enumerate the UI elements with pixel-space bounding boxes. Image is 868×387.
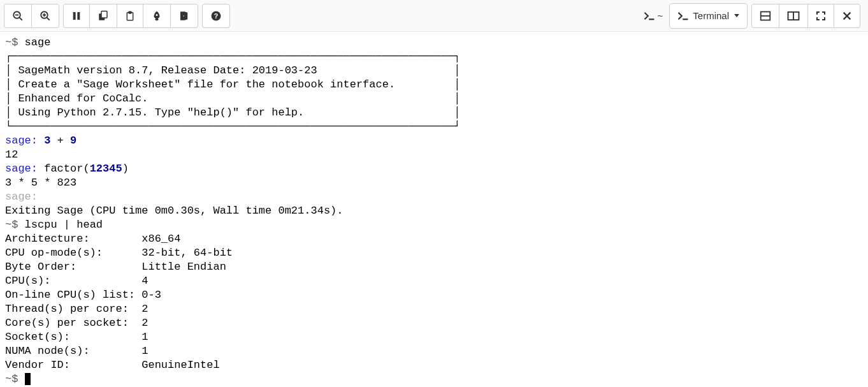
split-horizontal-icon	[787, 11, 800, 21]
clipboard-icon	[125, 10, 135, 22]
banner-box-top: ┌───────────────────────────────────────…	[5, 50, 460, 62]
terminal-selector-dropdown[interactable]: Terminal	[669, 3, 748, 29]
zoom-group	[4, 4, 59, 28]
toolbar: ? ~ Terminal	[0, 0, 868, 32]
shell-prompt: ~$	[5, 36, 25, 48]
sage-fn-close: )	[122, 163, 129, 175]
command-text: sage	[25, 36, 51, 48]
terminal-output[interactable]: ~$ sage ┌───────────────────────────────…	[0, 32, 868, 387]
sage-number: 3	[44, 135, 50, 147]
sage-result: 12	[5, 149, 18, 161]
lscpu-line: CPU(s): 4	[5, 275, 148, 287]
sage-prompt: sage:	[5, 135, 44, 147]
svg-rect-8	[77, 12, 80, 20]
svg-line-4	[47, 17, 50, 20]
sage-number: 9	[70, 135, 76, 147]
svg-text:?: ?	[214, 11, 218, 19]
split-vertical-icon	[760, 11, 771, 21]
path-text: ~	[658, 10, 663, 21]
lscpu-line: Byte Order: Little Endian	[5, 261, 226, 273]
svg-rect-12	[129, 11, 131, 13]
sage-prompt: sage:	[5, 163, 44, 175]
split-vertical-button[interactable]	[751, 4, 779, 28]
dropdown-label: Terminal	[693, 10, 729, 21]
sage-number: 12345	[90, 163, 122, 175]
zoom-out-icon	[12, 10, 24, 22]
sage-prompt-empty: sage:	[5, 191, 44, 203]
pause-button[interactable]	[63, 4, 90, 28]
close-button[interactable]	[834, 4, 860, 28]
caret-down-icon	[734, 14, 739, 17]
terminal-prompt-icon	[677, 11, 689, 20]
svg-rect-7	[73, 12, 76, 20]
close-icon	[842, 11, 852, 21]
banner-box-bottom: └───────────────────────────────────────…	[5, 120, 460, 133]
exit-door-icon	[178, 10, 190, 22]
svg-rect-10	[101, 11, 107, 18]
lscpu-line: On-line CPU(s) list: 0-3	[5, 289, 161, 301]
lscpu-line: Core(s) per socket: 2	[5, 317, 148, 329]
lscpu-line: Architecture: x86_64	[5, 233, 180, 245]
shell-prompt: ~$	[5, 219, 25, 231]
sage-exit-message: Exiting Sage (CPU time 0m0.30s, Wall tim…	[5, 205, 344, 217]
svg-point-13	[184, 15, 185, 17]
banner-line: │ Using Python 2.7.15. Type "help()" for…	[5, 106, 460, 119]
paste-button[interactable]	[117, 4, 143, 28]
banner-line: │ Create a "Sage Worksheet" file for the…	[5, 78, 460, 91]
lscpu-line: CPU op-mode(s): 32-bit, 64-bit	[5, 247, 233, 259]
cursor-block-icon	[25, 373, 31, 385]
shell-prompt: ~$	[5, 373, 25, 385]
layout-group	[751, 4, 860, 28]
help-group: ?	[202, 4, 230, 28]
lscpu-line: Socket(s): 1	[5, 331, 148, 343]
lscpu-line: Vendor ID: GenuineIntel	[5, 359, 220, 371]
fullscreen-icon	[816, 11, 826, 21]
banner-line: │ Enhanced for CoCalc. │	[5, 92, 460, 105]
rocket-icon	[151, 10, 163, 22]
help-button[interactable]: ?	[202, 4, 230, 28]
terminal-pane: ~$ sage ┌───────────────────────────────…	[0, 32, 868, 387]
fullscreen-button[interactable]	[807, 4, 834, 28]
sage-result: 3 * 5 * 823	[5, 177, 76, 189]
svg-line-1	[20, 17, 22, 20]
util-group	[63, 4, 198, 28]
command-text: lscpu | head	[25, 219, 103, 231]
exit-button[interactable]	[170, 4, 198, 28]
split-horizontal-button[interactable]	[779, 4, 808, 28]
terminal-path-indicator: ~	[644, 10, 663, 21]
sage-operator: +	[50, 135, 70, 147]
copy-icon	[98, 10, 109, 22]
lscpu-line: NUMA node(s): 1	[5, 345, 148, 357]
zoom-in-button[interactable]	[31, 4, 59, 28]
zoom-in-icon	[40, 10, 51, 22]
banner-line: │ SageMath version 8.7, Release Date: 20…	[5, 64, 460, 77]
pause-icon	[71, 10, 82, 22]
copy-button[interactable]	[89, 4, 117, 28]
lscpu-line: Thread(s) per core: 2	[5, 303, 148, 315]
sage-fn: factor(	[44, 163, 89, 175]
help-icon: ?	[210, 10, 222, 22]
rocket-button[interactable]	[143, 4, 171, 28]
zoom-out-button[interactable]	[4, 4, 32, 28]
terminal-prompt-icon	[644, 11, 655, 20]
toolbar-right: ~ Terminal	[644, 3, 864, 29]
